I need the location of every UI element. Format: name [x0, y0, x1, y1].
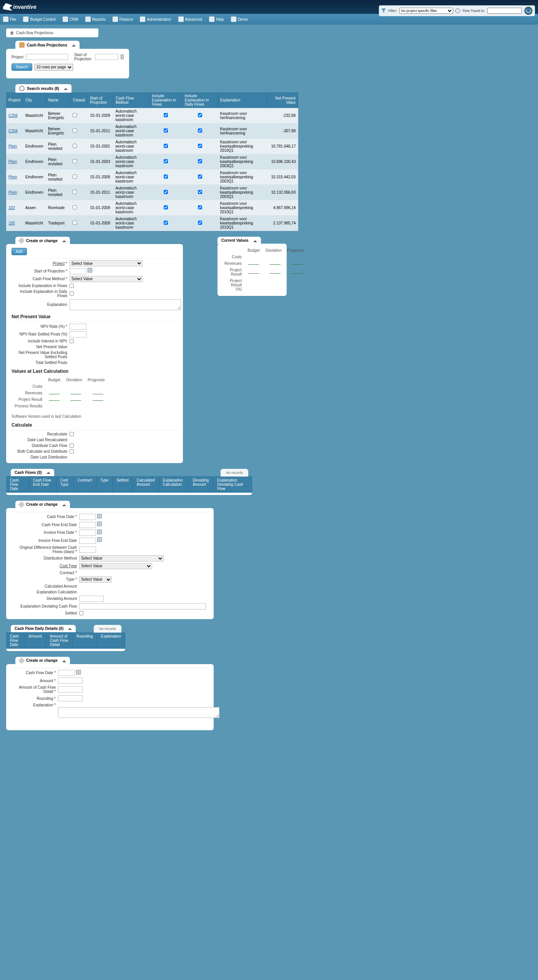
- chevron-up-icon[interactable]: [62, 503, 66, 506]
- col-start[interactable]: Start of Projection: [88, 92, 113, 108]
- chevron-up-icon[interactable]: [68, 627, 72, 630]
- table-row[interactable]: PleinEindhovenPlein revisited01-01-2003A…: [6, 154, 298, 169]
- col-npv[interactable]: Net Present Value: [267, 92, 298, 108]
- type-select[interactable]: Select Value: [79, 576, 112, 583]
- e3-amount-input[interactable]: [58, 678, 83, 684]
- settled-check[interactable]: [79, 611, 83, 615]
- col-project[interactable]: Project: [6, 92, 23, 108]
- calendar-icon[interactable]: [76, 670, 81, 674]
- filter-select[interactable]: No project specific filter.: [399, 8, 453, 14]
- incl-flows-check[interactable]: [164, 128, 168, 133]
- chevron-up-icon[interactable]: [253, 239, 257, 242]
- table-row[interactable]: C204MaastrichtBeheer Energetic01-01-2011…: [6, 123, 298, 139]
- recalc-check[interactable]: [70, 432, 74, 436]
- table-row[interactable]: PleinEindhovenPlein revisited01-01-2001A…: [6, 139, 298, 154]
- calendar-icon[interactable]: [97, 522, 102, 526]
- home-icon[interactable]: [10, 31, 14, 35]
- menu-demo[interactable]: Demo: [231, 17, 248, 22]
- project-select[interactable]: Select Value: [70, 260, 143, 266]
- col-d-rounding[interactable]: Rounding: [73, 632, 97, 649]
- closed-check[interactable]: [73, 174, 77, 179]
- closed-check[interactable]: [73, 144, 77, 148]
- npv-rate-settled-input[interactable]: [70, 331, 86, 337]
- rows-per-page-select[interactable]: 10 rows per page: [35, 64, 73, 71]
- incl-daily-check[interactable]: [198, 221, 202, 225]
- table-row[interactable]: C204MaastrichtBeheer Energetic01-01-2009…: [6, 108, 298, 123]
- npv-rate-input[interactable]: [70, 324, 86, 330]
- project-input[interactable]: [26, 54, 68, 60]
- col-settled[interactable]: Settled: [113, 476, 133, 493]
- menu-admin[interactable]: Administration: [140, 17, 171, 22]
- e3-explanation-textarea[interactable]: [58, 707, 219, 718]
- calendar-icon[interactable]: [97, 530, 102, 534]
- chevron-up-icon[interactable]: [62, 659, 66, 662]
- incl-daily-check[interactable]: [198, 159, 202, 163]
- start-input[interactable]: [95, 54, 118, 60]
- method-select[interactable]: Select Value: [70, 276, 143, 282]
- dist-method-select[interactable]: Select Value: [79, 555, 164, 561]
- incl-flows-check[interactable]: [164, 205, 168, 209]
- closed-check[interactable]: [73, 190, 77, 194]
- incl-flows-check[interactable]: [70, 284, 74, 288]
- closed-check[interactable]: [73, 113, 77, 117]
- col-d-exp[interactable]: Explanation: [97, 632, 125, 649]
- closed-check[interactable]: [73, 205, 77, 209]
- calendar-icon[interactable]: [97, 514, 102, 518]
- col-d-detail[interactable]: Amount of Cash Flow Detail: [46, 632, 73, 649]
- chevron-up-icon[interactable]: [62, 239, 66, 242]
- col-type[interactable]: Type: [96, 476, 113, 493]
- col-d-amount[interactable]: Amount: [25, 632, 46, 649]
- incl-daily-check[interactable]: [198, 128, 202, 133]
- e3-date-input[interactable]: [58, 670, 75, 676]
- orig-diff-input[interactable]: [79, 546, 96, 553]
- calendar-icon[interactable]: [121, 55, 124, 59]
- incl-flows-check[interactable]: [164, 159, 168, 163]
- table-row[interactable]: 103AssenRoerkade01-01-2009Automatisch wo…: [6, 200, 298, 216]
- menu-crm[interactable]: CRM: [63, 17, 78, 22]
- menu-reports[interactable]: Reports: [85, 17, 106, 22]
- time-travel-input[interactable]: [487, 8, 522, 14]
- exp-dev-input[interactable]: [79, 603, 206, 610]
- project-link[interactable]: C204: [8, 129, 18, 133]
- incl-flows-check[interactable]: [164, 221, 168, 225]
- incl-flows-check[interactable]: [164, 113, 168, 117]
- both-check[interactable]: [70, 449, 74, 453]
- col-explanation[interactable]: Explanation: [218, 92, 267, 108]
- chevron-up-icon[interactable]: [64, 87, 68, 90]
- col-exp-dev[interactable]: Explanation Deviating Cash Flow: [213, 476, 252, 493]
- table-row[interactable]: PleinEindhovenPlein revisited01-01-2009A…: [6, 169, 298, 185]
- incl-flows-check[interactable]: [164, 174, 168, 179]
- col-name[interactable]: Name: [46, 92, 71, 108]
- inv-end-input[interactable]: [79, 538, 96, 544]
- power-button[interactable]: [524, 7, 533, 15]
- add-button[interactable]: Add: [12, 248, 27, 255]
- incl-daily-check[interactable]: [198, 174, 202, 179]
- project-link[interactable]: 103: [8, 206, 15, 210]
- project-link[interactable]: Plein: [8, 190, 17, 194]
- closed-check[interactable]: [73, 221, 77, 225]
- chevron-up-icon[interactable]: [46, 471, 50, 474]
- search-button[interactable]: Search: [12, 63, 32, 71]
- project-link[interactable]: Plein: [8, 159, 17, 164]
- col-cf-end[interactable]: Cash Flow End Date: [29, 476, 56, 493]
- distribute-check[interactable]: [70, 443, 74, 448]
- cf-end-input[interactable]: [79, 522, 96, 528]
- menu-advanced[interactable]: Advanced: [178, 17, 202, 22]
- e3-rounding-input[interactable]: [58, 695, 83, 701]
- col-method[interactable]: Cash Flow Method: [113, 92, 149, 108]
- col-contract[interactable]: Contract: [74, 476, 96, 493]
- menu-help[interactable]: Help: [209, 17, 224, 22]
- menu-finance[interactable]: Finance: [113, 17, 133, 22]
- col-incl-daily[interactable]: Include Explanation in Daily Flows: [182, 92, 218, 108]
- closed-check[interactable]: [73, 128, 77, 133]
- menu-budget[interactable]: Budget Control: [23, 17, 56, 22]
- incl-flows-check[interactable]: [164, 144, 168, 148]
- dev-amt-input[interactable]: [79, 596, 104, 602]
- col-cost[interactable]: Cost Type: [56, 476, 74, 493]
- col-city[interactable]: City: [23, 92, 46, 108]
- incl-flows-check[interactable]: [164, 190, 168, 194]
- cf-date-input[interactable]: [79, 514, 96, 520]
- col-dev[interactable]: Deviating Amount: [189, 476, 214, 493]
- calendar-icon[interactable]: [88, 268, 92, 272]
- start-input2[interactable]: [70, 268, 86, 274]
